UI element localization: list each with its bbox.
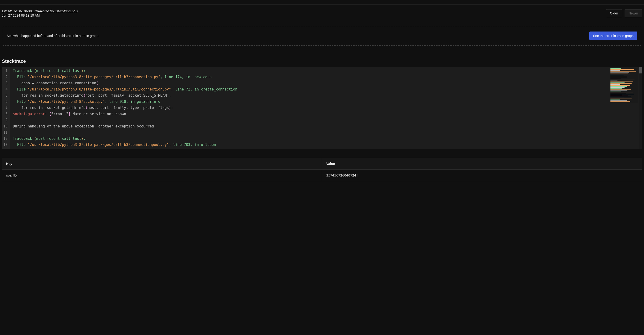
code-line: File "/usr/local/lib/python3.8/site-pack… — [13, 74, 642, 80]
scrollbar-track[interactable] — [639, 67, 642, 149]
code-lines[interactable]: Traceback (most recent call last): File … — [10, 67, 642, 149]
code-line — [13, 129, 642, 136]
line-number: 2 — [3, 74, 8, 80]
event-info: Event 6e361068817d4427bed678ac5fc215e3 J… — [2, 9, 78, 17]
kv-key-cell: spanID — [2, 170, 322, 181]
code-line: File "/usr/local/lib/python3.8/socket.py… — [13, 99, 642, 105]
event-timestamp: Jun 27 2024 08:19:19 AM — [2, 14, 78, 17]
code-line — [13, 117, 642, 123]
see-trace-graph-button[interactable]: See the error in trace graph — [589, 32, 637, 40]
code-line: for res in _socket.getaddrinfo(host, por… — [13, 105, 642, 111]
stacktrace-section: Stacktrace 12345678910111213 Traceback (… — [2, 59, 642, 149]
code-line: Traceback (most recent call last): — [13, 68, 642, 74]
scrollbar-thumb[interactable] — [639, 67, 642, 74]
stacktrace-code-block: 12345678910111213 Traceback (most recent… — [2, 67, 642, 149]
line-number: 3 — [3, 80, 8, 86]
trace-graph-callout: See what happened before and after this … — [2, 26, 642, 46]
kv-header-row: Key Value — [2, 158, 642, 170]
line-number: 13 — [3, 142, 8, 148]
line-number: 6 — [3, 99, 8, 105]
kv-row: spanID357456726040724f — [2, 170, 642, 181]
code-line: conn = connection.create_connection( — [13, 80, 642, 86]
stacktrace-title: Stacktrace — [2, 59, 642, 64]
key-value-table: Key Value spanID357456726040724f — [2, 158, 642, 181]
line-number: 10 — [3, 123, 8, 129]
trace-graph-text: See what happened before and after this … — [7, 34, 98, 38]
kv-value-cell: 357456726040724f — [322, 170, 642, 181]
code-line: File "/usr/local/lib/python3.8/site-pack… — [13, 142, 642, 148]
nav-buttons: Older Newer — [606, 9, 642, 17]
line-number: 7 — [3, 105, 8, 111]
code-line: Traceback (most recent call last): — [13, 136, 642, 142]
code-line: File "/usr/local/lib/python3.8/site-pack… — [13, 86, 642, 92]
line-number: 9 — [3, 117, 8, 123]
older-button[interactable]: Older — [606, 9, 622, 17]
kv-header-key: Key — [2, 158, 322, 169]
line-number-gutter: 12345678910111213 — [2, 67, 10, 149]
line-number: 1 — [3, 68, 8, 74]
line-number: 11 — [3, 129, 8, 136]
code-minimap[interactable] — [610, 68, 638, 103]
line-number: 4 — [3, 86, 8, 92]
code-line: socket.gaierror: [Errno -2] Name or serv… — [13, 111, 642, 117]
code-line: During handling of the above exception, … — [13, 123, 642, 129]
code-line: for res in socket.getaddrinfo(host, port… — [13, 92, 642, 99]
code-content: 12345678910111213 Traceback (most recent… — [2, 67, 642, 149]
line-number: 8 — [3, 111, 8, 117]
event-id-value: 6e361068817d4427bed678ac5fc215e3 — [14, 9, 78, 13]
event-label: Event — [2, 9, 12, 13]
kv-header-value: Value — [322, 158, 642, 169]
event-id-line: Event 6e361068817d4427bed678ac5fc215e3 — [2, 9, 78, 13]
line-number: 5 — [3, 92, 8, 99]
line-number: 12 — [3, 136, 8, 142]
event-header: Event 6e361068817d4427bed678ac5fc215e3 J… — [0, 5, 644, 17]
newer-button[interactable]: Newer — [624, 9, 642, 17]
